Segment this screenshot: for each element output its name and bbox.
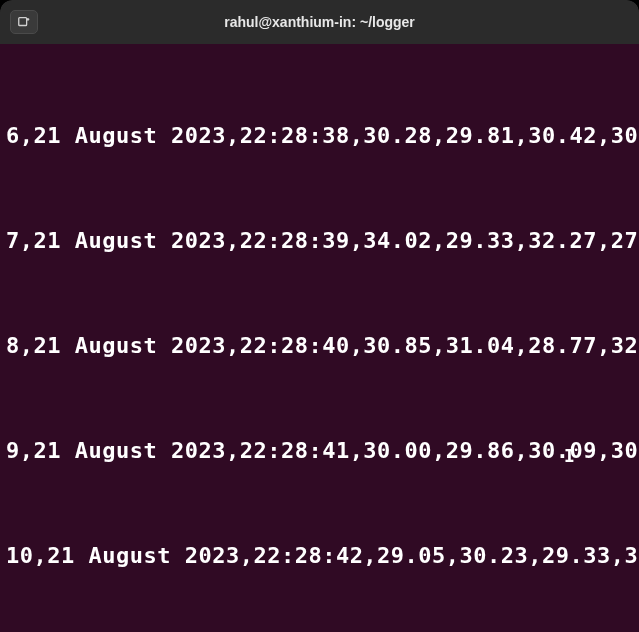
terminal-output[interactable]: 6,21 August 2023,22:28:38,30.28,29.81,30… <box>0 44 639 632</box>
log-line: 10,21 August 2023,22:28:42,29.05,30.23,2… <box>6 543 633 569</box>
window-title: rahul@xanthium-in: ~/logger <box>224 14 415 30</box>
terminal-window: rahul@xanthium-in: ~/logger 6,21 August … <box>0 0 639 632</box>
log-line: 8,21 August 2023,22:28:40,30.85,31.04,28… <box>6 333 633 359</box>
log-line: 9,21 August 2023,22:28:41,30.00,29.86,30… <box>6 438 633 464</box>
log-line: 6,21 August 2023,22:28:38,30.28,29.81,30… <box>6 123 633 149</box>
new-tab-button[interactable] <box>10 10 38 34</box>
new-tab-icon <box>17 15 31 29</box>
svg-rect-0 <box>19 18 27 26</box>
titlebar: rahul@xanthium-in: ~/logger <box>0 0 639 44</box>
log-line: 7,21 August 2023,22:28:39,34.02,29.33,32… <box>6 228 633 254</box>
